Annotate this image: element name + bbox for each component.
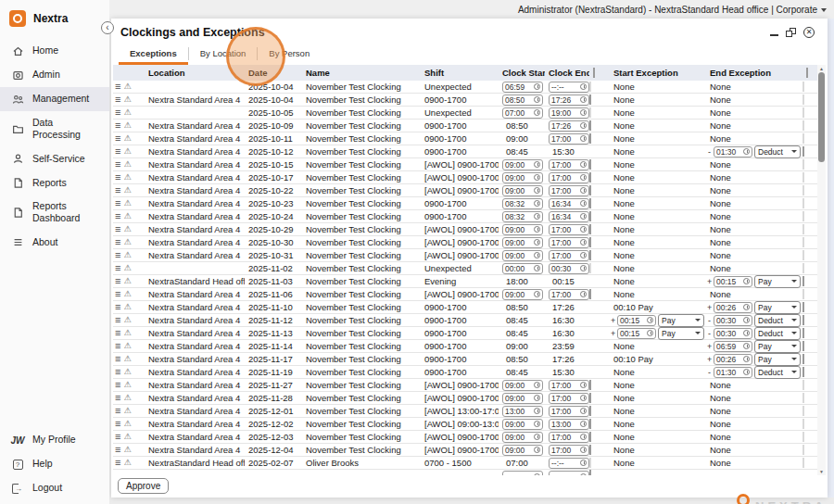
exception-checkbox[interactable] [802, 315, 804, 325]
clock-end-input[interactable]: --:-- [549, 458, 589, 469]
exception-action-select[interactable]: Deduct [754, 145, 801, 158]
row-menu-icon[interactable]: ≡ [115, 406, 120, 416]
row-menu-icon[interactable]: ≡ [115, 172, 120, 183]
exception-checkbox[interactable] [802, 341, 804, 351]
row-menu-icon[interactable]: ≡ [115, 82, 120, 92]
sidebar-item-help[interactable]: ?Help [0, 452, 109, 476]
clock-end-input[interactable]: 16:34 [549, 198, 589, 209]
end-exception-time-input[interactable]: 00:26 [714, 354, 752, 365]
sidebar-item-admin[interactable]: Admin [0, 63, 109, 87]
clocking-checkbox[interactable] [589, 419, 591, 429]
clocking-checkbox[interactable] [589, 380, 591, 390]
exception-action-select[interactable]: Pay [658, 314, 704, 327]
exception-checkbox[interactable] [802, 276, 804, 286]
row-menu-icon[interactable]: ≡ [115, 133, 120, 144]
scroll-down-arrow-icon[interactable]: ▼ [817, 468, 826, 475]
sidebar-item-management[interactable]: Management [0, 87, 109, 111]
clocking-checkbox[interactable] [589, 406, 591, 416]
clocking-checkbox[interactable] [589, 237, 591, 247]
row-menu-icon[interactable]: ≡ [115, 146, 120, 157]
row-menu-icon[interactable]: ≡ [115, 94, 120, 105]
sidebar-item-home[interactable]: Home [0, 39, 109, 63]
end-exception-time-input[interactable]: 01:30 [714, 367, 752, 378]
clock-start-input[interactable]: 08:32 [502, 198, 543, 209]
clocking-checkbox[interactable] [589, 185, 591, 195]
row-menu-icon[interactable]: ≡ [115, 419, 120, 429]
sidebar-item-data-processing[interactable]: Data Processing [0, 111, 109, 146]
exception-action-select[interactable]: Deduct [754, 314, 801, 327]
clocking-checkbox[interactable] [589, 120, 591, 131]
close-icon[interactable]: ✕ [803, 27, 815, 38]
clocking-checkbox[interactable] [589, 172, 591, 183]
clock-start-input[interactable]: 09:00 [502, 445, 543, 456]
clock-start-input[interactable]: 09:00 [502, 419, 543, 430]
clock-end-input[interactable]: 16:34 [549, 211, 589, 222]
clocking-checkbox[interactable] [589, 94, 591, 105]
clock-start-input[interactable]: 09:00 [502, 393, 543, 404]
table-scrollbar[interactable]: ▲ ▼ [817, 65, 826, 475]
clock-end-input[interactable]: 17:00 [549, 133, 589, 145]
exception-action-select[interactable]: Pay [658, 327, 704, 340]
exception-checkbox[interactable] [802, 328, 804, 338]
row-menu-icon[interactable]: ≡ [115, 263, 120, 273]
approve-button[interactable]: Approve [118, 478, 169, 494]
select-all-checkbox[interactable] [806, 68, 808, 78]
clocking-checkbox[interactable] [589, 224, 591, 234]
clock-start-input[interactable] [502, 471, 543, 475]
row-menu-icon[interactable]: ≡ [115, 445, 120, 455]
tab-by-person[interactable]: By Person [258, 44, 321, 65]
clock-end-input[interactable]: 17:26 [549, 120, 589, 132]
clock-start-input[interactable]: 00:00 [502, 263, 543, 274]
end-exception-time-input[interactable]: 00:30 [714, 328, 752, 339]
row-menu-icon[interactable]: ≡ [115, 432, 120, 442]
exception-action-select[interactable]: Deduct [754, 327, 801, 340]
scroll-up-arrow-icon[interactable]: ▲ [817, 65, 826, 72]
row-menu-icon[interactable]: ≡ [115, 341, 120, 351]
select-all-checkbox[interactable] [593, 68, 595, 78]
tab-exceptions[interactable]: Exceptions [119, 44, 188, 65]
corporate-dropdown-caret-icon[interactable] [821, 8, 827, 12]
clock-start-input[interactable]: 06:59 [502, 82, 543, 93]
sidebar-item-my-profile[interactable]: JWMy Profile [0, 428, 109, 452]
exception-action-select[interactable]: Deduct [754, 366, 801, 379]
row-menu-icon[interactable]: ≡ [115, 393, 120, 403]
start-exception-time-input[interactable]: 00:15 [617, 315, 656, 326]
row-menu-icon[interactable]: ≡ [115, 237, 120, 247]
clock-start-input[interactable]: 09:00 [502, 432, 543, 443]
row-menu-icon[interactable]: ≡ [115, 302, 120, 312]
row-menu-icon[interactable]: ≡ [115, 198, 120, 208]
clock-start-input[interactable]: 09:00 [502, 237, 543, 248]
exception-action-select[interactable]: Pay [754, 301, 801, 314]
exception-checkbox[interactable] [802, 354, 804, 364]
clock-end-input[interactable]: 17:00 [549, 159, 589, 170]
row-menu-icon[interactable]: ≡ [115, 367, 120, 377]
clock-end-input[interactable]: 17:26 [549, 94, 589, 106]
clock-start-input[interactable]: 13:00 [502, 406, 543, 417]
clock-end-input[interactable]: 17:00 [549, 224, 589, 235]
clock-start-input[interactable]: 09:00 [502, 380, 543, 391]
minimize-icon[interactable] [770, 34, 778, 36]
sidebar-item-logout[interactable]: →Logout [0, 476, 109, 500]
clock-end-input[interactable]: 17:00 [549, 172, 589, 183]
end-exception-time-input[interactable]: 06:59 [714, 341, 752, 352]
clocking-checkbox[interactable] [589, 289, 591, 299]
clock-end-input[interactable]: 17:00 [549, 393, 589, 404]
clock-end-input[interactable]: 17:00 [549, 185, 589, 196]
row-menu-icon[interactable]: ≡ [115, 380, 120, 390]
clock-start-input[interactable]: 09:00 [502, 224, 543, 235]
sidebar-item-self-service[interactable]: Self-Service [0, 146, 109, 170]
clock-end-input[interactable]: 17:00 [549, 432, 589, 443]
clock-end-input[interactable]: 17:00 [549, 380, 589, 391]
sidebar-item-reports-dashboard[interactable]: Reports Dashboard [0, 195, 109, 230]
row-menu-icon[interactable]: ≡ [115, 315, 120, 325]
clock-start-input[interactable]: 07:00 [502, 107, 543, 119]
exception-checkbox[interactable] [802, 146, 804, 157]
clock-end-input[interactable]: 17:00 [549, 237, 589, 248]
tab-by-location[interactable]: By Location [189, 44, 258, 65]
clock-start-input[interactable]: 09:00 [502, 185, 543, 196]
exception-action-select[interactable]: Pay [754, 340, 801, 353]
clock-end-input[interactable]: 17:00 [549, 250, 589, 261]
clock-end-input[interactable]: 00:30 [549, 263, 589, 274]
exception-checkbox[interactable] [802, 367, 804, 377]
row-menu-icon[interactable]: ≡ [115, 185, 120, 195]
